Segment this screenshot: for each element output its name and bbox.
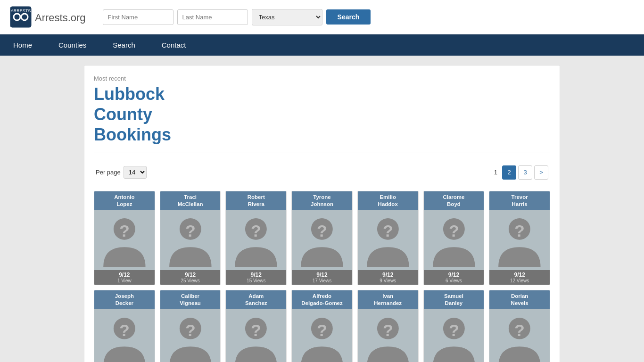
nav-contact[interactable]: Contact: [149, 34, 199, 56]
booking-card[interactable]: DorianNevels ? 9/12: [489, 290, 550, 362]
booking-date: 9/12: [359, 272, 417, 278]
svg-text:?: ?: [449, 222, 459, 241]
booking-date: 9/12: [425, 272, 483, 278]
svg-text:ARRESTS: ARRESTS: [11, 8, 31, 13]
booking-views: 1 View: [95, 278, 154, 283]
booking-name: AlfredoDelgado-Gomez: [292, 290, 352, 309]
booking-card[interactable]: SamuelDanley ? 9/12: [423, 290, 485, 362]
first-name-input[interactable]: [103, 9, 173, 25]
booking-footer: 9/12 6 Views: [424, 270, 484, 285]
booking-photo: ?: [292, 210, 352, 270]
booking-photo: ?: [94, 309, 155, 362]
title-line2: County: [94, 105, 152, 124]
booking-photo: ?: [160, 309, 221, 362]
svg-text:?: ?: [185, 222, 196, 241]
title-line3: Bookings: [94, 125, 171, 144]
booking-name: TrevorHarris: [489, 191, 550, 210]
booking-views: 12 Views: [490, 278, 549, 283]
main-content: Most recent Lubbock County Bookings Per …: [84, 65, 560, 362]
booking-views: 25 Views: [161, 278, 220, 283]
svg-text:?: ?: [317, 321, 327, 340]
booking-photo: ?: [489, 309, 550, 362]
booking-footer: 9/12 25 Views: [160, 270, 221, 285]
booking-name: TyroneJohnson: [292, 191, 352, 210]
booking-views: 9 Views: [359, 278, 417, 283]
booking-card[interactable]: EmilioHaddox ? 9/12 9 Views: [357, 191, 419, 286]
booking-card[interactable]: JosephDecker ? 9/12: [94, 290, 155, 362]
booking-card[interactable]: TrevorHarris ? 9/12 12 Views: [489, 191, 550, 286]
search-button[interactable]: Search: [326, 9, 371, 25]
page-2-btn[interactable]: 2: [502, 165, 516, 180]
booking-card[interactable]: AlfredoDelgado-Gomez ? 9/12: [291, 290, 353, 362]
per-page-label: Per page: [96, 169, 121, 176]
booking-footer: 9/12 15 Views: [226, 270, 286, 285]
booking-date: 9/12: [227, 272, 285, 278]
booking-card[interactable]: CaliberVigneau ? 9/12: [160, 290, 221, 362]
booking-photo: ?: [160, 210, 221, 270]
next-page-btn[interactable]: >: [534, 165, 548, 180]
svg-text:?: ?: [383, 222, 393, 241]
booking-name: SamuelDanley: [424, 290, 484, 309]
booking-card[interactable]: ClaromeBoyd ? 9/12 6 Views: [423, 191, 485, 286]
booking-name: EmilioHaddox: [358, 191, 418, 210]
booking-photo: ?: [94, 210, 155, 270]
booking-card[interactable]: AdamSanchez ? 9/12: [225, 290, 287, 362]
booking-card[interactable]: TyroneJohnson ? 9/12 17 Views: [291, 191, 353, 286]
nav-search[interactable]: Search: [99, 34, 149, 56]
bookings-grid-row2: JosephDecker ? 9/12 CaliberVigneau ? 9/1…: [94, 290, 550, 362]
svg-text:?: ?: [449, 321, 459, 340]
logo-brand: Arrests: [35, 12, 68, 24]
booking-photo: ?: [226, 309, 286, 362]
booking-photo: ?: [424, 309, 484, 362]
booking-footer: 9/12 12 Views: [489, 270, 550, 285]
booking-views: 17 Views: [293, 278, 351, 283]
per-page-select[interactable]: 7 14 21 28: [124, 166, 147, 179]
booking-photo: ?: [292, 309, 352, 362]
page-3-btn[interactable]: 3: [518, 165, 532, 180]
per-page-area: Per page 7 14 21 28: [96, 166, 147, 179]
booking-photo: ?: [358, 210, 418, 270]
logo-domain: .org: [68, 12, 86, 24]
nav-home[interactable]: Home: [0, 34, 45, 56]
state-select[interactable]: Texas Alabama Alaska Arizona California …: [252, 9, 322, 25]
booking-name: JosephDecker: [94, 290, 155, 309]
booking-name: IvanHernandez: [358, 290, 418, 309]
svg-text:?: ?: [119, 321, 130, 340]
page-header: ARRESTS Arrests.org Texas Alabama Alaska…: [0, 0, 644, 34]
booking-name: CaliberVigneau: [160, 290, 221, 309]
booking-card[interactable]: AntonioLopez ? 9/12 1 View: [94, 191, 155, 286]
logo-text: Arrests.org: [35, 9, 86, 25]
booking-name: TraciMcClellan: [160, 191, 221, 210]
title-line1: Lubbock: [94, 84, 165, 104]
logo-icon: ARRESTS: [9, 6, 32, 28]
booking-name: RobertRivera: [226, 191, 286, 210]
nav-counties[interactable]: Counties: [45, 34, 99, 56]
bookings-grid-row1: AntonioLopez ? 9/12 1 View TraciMcClella…: [94, 191, 550, 286]
booking-photo: ?: [424, 210, 484, 270]
booking-name: ClaromeBoyd: [424, 191, 484, 210]
main-nav: Home Counties Search Contact: [0, 34, 644, 56]
svg-text:?: ?: [317, 222, 327, 241]
booking-date: 9/12: [490, 272, 549, 278]
booking-date: 9/12: [95, 272, 154, 278]
site-logo[interactable]: ARRESTS Arrests.org: [9, 6, 86, 28]
county-title: Lubbock County Bookings: [94, 84, 550, 145]
booking-footer: 9/12 1 View: [94, 270, 155, 285]
booking-photo: ?: [226, 210, 286, 270]
booking-photo: ?: [358, 309, 418, 362]
svg-text:?: ?: [251, 321, 261, 340]
divider: [94, 153, 550, 153]
search-form: Texas Alabama Alaska Arizona California …: [103, 9, 371, 25]
booking-photo: ?: [489, 210, 550, 270]
svg-text:?: ?: [119, 222, 130, 241]
booking-name: AdamSanchez: [226, 290, 286, 309]
svg-text:?: ?: [514, 321, 525, 340]
booking-card[interactable]: RobertRivera ? 9/12 15 Views: [225, 191, 287, 286]
page-1-plain: 1: [491, 169, 500, 176]
last-name-input[interactable]: [177, 9, 248, 25]
booking-card[interactable]: TraciMcClellan ? 9/12 25 Views: [160, 191, 221, 286]
booking-card[interactable]: IvanHernandez ? 9/12: [357, 290, 419, 362]
booking-name: AntonioLopez: [94, 191, 155, 210]
most-recent-label: Most recent: [94, 75, 550, 82]
booking-name: DorianNevels: [489, 290, 550, 309]
